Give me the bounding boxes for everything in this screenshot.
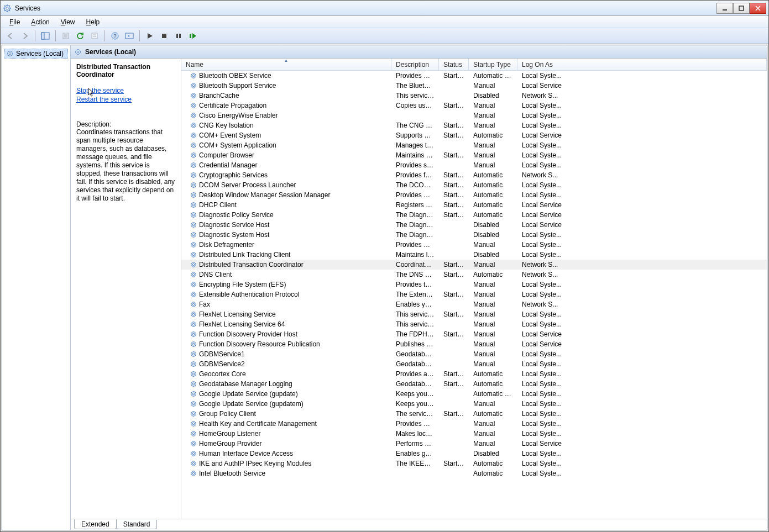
gear-icon	[189, 260, 198, 269]
service-startup: Automatic	[469, 410, 517, 418]
menu-view[interactable]: View	[56, 17, 80, 27]
column-logon[interactable]: Log On As	[517, 59, 767, 70]
list-body[interactable]: Bluetooth OBEX ServiceProvides Bl...Star…	[181, 71, 767, 519]
table-row[interactable]: FaxEnables you...ManualNetwork S...	[181, 299, 767, 309]
table-row[interactable]: Human Interface Device AccessEnables gen…	[181, 449, 767, 459]
stop-service-link[interactable]: Stop the service	[76, 86, 175, 95]
service-startup: Manual	[469, 102, 517, 109]
table-row[interactable]: FlexNet Licensing ServiceThis service ..…	[181, 309, 767, 319]
start-service-button[interactable]	[143, 30, 156, 42]
gear-icon	[189, 151, 198, 160]
table-row[interactable]: COM+ System ApplicationManages th...Manu…	[181, 140, 767, 150]
forward-button[interactable]	[18, 30, 32, 42]
gear-icon	[189, 340, 198, 349]
svg-point-38	[192, 164, 195, 166]
table-row[interactable]: DHCP ClientRegisters an...StartedAutomat…	[181, 200, 767, 210]
table-row[interactable]: Geodatabase Manager LoggingGeodatabas...…	[181, 379, 767, 389]
table-row[interactable]: Disk DefragmenterProvides Dis...ManualLo…	[181, 240, 767, 250]
gear-icon	[189, 409, 198, 418]
show-hide-tree-button[interactable]	[39, 30, 52, 42]
restart-service-link[interactable]: Restart the service	[76, 95, 175, 104]
table-row[interactable]: Diagnostic Policy ServiceThe Diagno...St…	[181, 210, 767, 220]
gear-icon	[189, 191, 198, 199]
table-row[interactable]: BranchCacheThis service ...DisabledNetwo…	[181, 91, 767, 101]
table-row[interactable]: Cryptographic ServicesProvides fo...Star…	[181, 170, 767, 180]
column-startup[interactable]: Startup Type	[469, 59, 517, 70]
service-description: Provides X.5...	[391, 420, 439, 428]
table-row[interactable]: Distributed Link Tracking ClientMaintain…	[181, 250, 767, 260]
service-startup: Automatic	[469, 470, 517, 477]
table-row[interactable]: COM+ Event SystemSupports Sy...StartedAu…	[181, 130, 767, 140]
gear-icon	[189, 71, 198, 80]
table-row[interactable]: Extensible Authentication ProtocolThe Ex…	[181, 289, 767, 299]
svg-point-30	[192, 124, 195, 127]
table-row[interactable]: HomeGroup ListenerMakes local...ManualLo…	[181, 429, 767, 439]
table-row[interactable]: Geocortex CoreProvides a s...StartedAuto…	[181, 369, 767, 379]
column-status[interactable]: Status	[439, 59, 469, 70]
table-row[interactable]: Group Policy ClientThe service ...Starte…	[181, 409, 767, 419]
table-row[interactable]: HomeGroup ProviderPerforms ne...ManualLo…	[181, 439, 767, 449]
table-row[interactable]: GDBMService2Geodatabas...ManualLocal Sys…	[181, 359, 767, 369]
table-row[interactable]: Credential ManagerProvides se...ManualLo…	[181, 160, 767, 170]
table-row[interactable]: Computer BrowserMaintains a...StartedMan…	[181, 150, 767, 160]
restart-service-button[interactable]	[186, 30, 200, 42]
table-row[interactable]: Distributed Transaction CoordinatorCoord…	[181, 260, 767, 270]
table-row[interactable]: Google Update Service (gupdatem)Keeps yo…	[181, 399, 767, 409]
table-row[interactable]: Function Discovery Provider HostThe FDPH…	[181, 329, 767, 339]
service-name: Group Policy Client	[199, 410, 256, 418]
close-button[interactable]	[750, 3, 766, 14]
properties-button[interactable]	[88, 30, 101, 42]
refresh-button[interactable]	[74, 30, 87, 42]
tab-standard[interactable]: Standard	[116, 520, 158, 529]
menu-help[interactable]: Help	[82, 17, 104, 27]
svg-point-94	[192, 443, 195, 445]
table-row[interactable]: FlexNet Licensing Service 64This service…	[181, 319, 767, 329]
table-row[interactable]: DNS ClientThe DNS Cli...StartedAutomatic…	[181, 270, 767, 280]
table-row[interactable]: DCOM Server Process LauncherThe DCOM...S…	[181, 180, 767, 190]
help-button[interactable]: ?	[108, 30, 122, 42]
minimize-button[interactable]	[716, 3, 733, 14]
service-name: Diagnostic Service Host	[199, 221, 269, 229]
service-description: Provides fo...	[391, 171, 439, 179]
table-row[interactable]: Google Update Service (gupdate)Keeps you…	[181, 389, 767, 399]
table-row[interactable]: Encrypting File System (EFS)Provides th.…	[181, 280, 767, 289]
table-row[interactable]: Diagnostic System HostThe Diagno...Disab…	[181, 230, 767, 240]
service-logon: Local Syste...	[517, 360, 573, 368]
service-logon: Local Syste...	[517, 430, 573, 438]
service-description: This service ...	[391, 92, 439, 99]
gear-icon	[189, 91, 198, 100]
tab-extended[interactable]: Extended	[74, 519, 117, 529]
service-startup: Manual	[469, 430, 517, 438]
table-row[interactable]: GDBMService1Geodatabas...ManualLocal Sys…	[181, 349, 767, 359]
table-row[interactable]: Function Discovery Resource PublicationP…	[181, 339, 767, 349]
menu-file[interactable]: File	[5, 17, 24, 27]
table-row[interactable]: Diagnostic Service HostThe Diagno...Disa…	[181, 220, 767, 230]
table-row[interactable]: Bluetooth OBEX ServiceProvides Bl...Star…	[181, 71, 767, 81]
maximize-button[interactable]	[733, 3, 750, 14]
service-logon: Local Syste...	[517, 112, 573, 119]
column-name[interactable]: Name ▲	[181, 59, 391, 70]
service-description: Performs ne...	[391, 440, 439, 447]
titlebar[interactable]: Services	[1, 1, 768, 16]
action-button[interactable]	[123, 30, 136, 42]
table-row[interactable]: Certificate PropagationCopies user ...St…	[181, 101, 767, 110]
table-row[interactable]: Health Key and Certificate ManagementPro…	[181, 419, 767, 429]
table-row[interactable]: Cisco EnergyWise EnablerManualLocal Syst…	[181, 110, 767, 120]
service-description: The Extensi...	[391, 291, 439, 298]
table-row[interactable]: Intel Bluetooth ServiceAutomaticLocal Sy…	[181, 468, 767, 478]
pause-service-button[interactable]	[172, 30, 185, 42]
menu-action[interactable]: Action	[27, 17, 54, 27]
stop-service-button[interactable]	[158, 30, 171, 42]
tree-root-services-local[interactable]: Services (Local)	[4, 49, 68, 59]
service-startup: Disabled	[469, 221, 517, 229]
table-row[interactable]: IKE and AuthIP IPsec Keying ModulesThe I…	[181, 459, 767, 468]
svg-point-60	[192, 273, 195, 276]
table-row[interactable]: Bluetooth Support ServiceThe Bluetoo...M…	[181, 81, 767, 91]
service-status: Started	[439, 291, 469, 298]
table-row[interactable]: CNG Key IsolationThe CNG ke...StartedMan…	[181, 120, 767, 130]
svg-point-28	[192, 114, 195, 117]
export-list-button[interactable]	[59, 30, 72, 42]
column-description[interactable]: Description	[391, 59, 439, 70]
table-row[interactable]: Desktop Window Manager Session ManagerPr…	[181, 190, 767, 200]
back-button[interactable]	[4, 30, 17, 42]
